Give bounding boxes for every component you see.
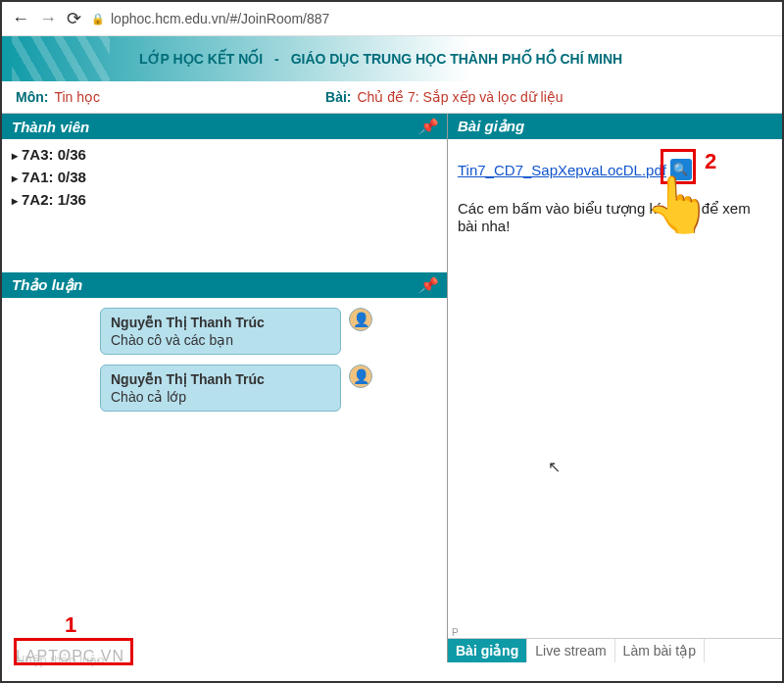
chat-sender: Nguyễn Thị Thanh Trúc [111,371,330,387]
members-title: Thành viên [12,119,89,135]
members-list: 7A3: 0/36 7A1: 0/38 7A2: 1/36 [2,139,447,215]
main-columns: Thành viên 📌 7A3: 0/36 7A1: 0/38 7A2: 1/… [2,114,782,662]
tab-exercise[interactable]: Làm bài tập [615,639,705,662]
chat-sender: Nguyễn Thị Thanh Trúc [111,315,330,330]
meta-bar: Môn: Tin học Bài: Chủ đề 7: Sắp xếp và l… [2,81,782,114]
back-icon[interactable]: ← [12,9,29,29]
member-item[interactable]: 7A3: 0/36 [2,143,447,166]
annotation-box-2 [661,149,696,184]
subject-label: Môn: [16,89,48,105]
subject-value: Tin học [54,89,100,105]
chat-text: Chào cô và các bạn [111,332,330,348]
forward-icon[interactable]: → [39,9,57,29]
pdf-link[interactable]: Tin7_CD7_SapXepvaLocDL.pdf [458,162,666,178]
site-header: LỚP HỌC KẾT NỐI - GIÁO DỤC TRUNG HỌC THÀ… [2,36,782,81]
lecture-body: Tin7_CD7_SapXepvaLocDL.pdf 🔍 Các em bấm … [448,139,782,627]
lesson-value: Chủ đề 7: Sắp xếp và lọc dữ liệu [358,89,564,105]
annotation-number-1: 1 [65,612,76,638]
tab-livestream[interactable]: Live stream [527,639,614,662]
site-title: GIÁO DỤC TRUNG HỌC THÀNH PHỐ HỒ CHÍ MINH [291,51,623,67]
site-brand: LỚP HỌC KẾT NỐI [139,51,263,67]
pin-icon[interactable]: 📌 [418,118,437,135]
pdf-line: Tin7_CD7_SapXepvaLocDL.pdf 🔍 [458,159,772,180]
lecture-title: Bài giảng [458,118,524,135]
annotation-number-2: 2 [705,149,716,174]
left-column: Thành viên 📌 7A3: 0/36 7A1: 0/38 7A2: 1/… [2,114,448,662]
lock-icon: 🔒 [91,13,105,25]
tab-lecture[interactable]: Bài giảng [448,639,527,662]
lecture-header: Bài giảng [448,114,782,139]
header-sep: - [270,51,282,67]
avatar-icon: 👤 [349,365,372,388]
annotation-box-1 [14,638,133,665]
browser-bar: ← → ⟳ 🔒 lophoc.hcm.edu.vn/#/JoinRoom/887 [2,2,782,36]
bottom-tabs: Bài giảng Live stream Làm bài tập [448,638,782,662]
chat-message: Nguyễn Thị Thanh Trúc Chào cả lớp 👤 [100,365,437,412]
chat-bubble: Nguyễn Thị Thanh Trúc Chào cô và các bạn [100,308,341,355]
discussion-title: Thảo luận [12,276,82,294]
reload-icon[interactable]: ⟳ [67,8,81,29]
discussion-header: Thảo luận 📌 [2,272,447,298]
discussion-body: Nguyễn Thị Thanh Trúc Chào cô và các bạn… [2,298,447,662]
chat-bubble: Nguyễn Thị Thanh Trúc Chào cả lớp [100,365,341,412]
tab-bar-wrap: P Bài giảng Live stream Làm bài tập [448,627,782,662]
member-item[interactable]: 7A2: 1/36 [2,188,447,211]
members-header: Thành viên 📌 [2,114,447,139]
right-column: Bài giảng Tin7_CD7_SapXepvaLocDL.pdf 🔍 C… [448,114,782,662]
lesson-label: Bài: [325,89,351,105]
member-item[interactable]: 7A1: 0/38 [2,166,447,188]
chat-text: Chào cả lớp [111,389,330,405]
url-text: lophoc.hcm.edu.vn/#/JoinRoom/887 [111,11,329,26]
pin-icon[interactable]: 📌 [418,276,437,294]
tab-prefix: P [448,627,782,638]
members-panel: Thành viên 📌 7A3: 0/36 7A1: 0/38 7A2: 1/… [2,114,447,272]
lecture-instruction: Các em bấm vào biểu tượng kí ____ để xem… [458,200,772,234]
chat-message: Nguyễn Thị Thanh Trúc Chào cô và các bạn… [100,308,437,355]
header-pattern [12,36,110,81]
cursor-icon: ↖ [548,458,561,476]
url-bar[interactable]: 🔒 lophoc.hcm.edu.vn/#/JoinRoom/887 [91,11,772,26]
avatar-icon: 👤 [349,308,372,331]
